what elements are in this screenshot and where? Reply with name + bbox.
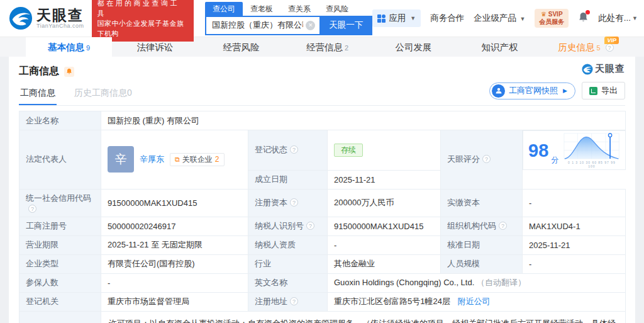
search-tab-relation[interactable]: 查关系	[280, 2, 318, 16]
watermark-text: 天眼查	[595, 63, 625, 75]
taxpayer-quality-value: -	[328, 235, 441, 254]
svip-line1: SVIP	[548, 11, 563, 18]
tab-operation-risk[interactable]: 经营风险	[198, 37, 284, 57]
crown-icon: ♛	[541, 11, 547, 18]
watermark-swirl-icon	[582, 64, 593, 75]
help-icon[interactable]: ?	[290, 145, 298, 154]
paid-capital-value: -	[523, 189, 626, 217]
field-label: 营业期限	[19, 235, 101, 254]
score-value: 98	[528, 141, 548, 160]
search-tabs: 查公司 查老板 查关系 查风险	[205, 2, 372, 16]
subtab-history-business-info[interactable]: 历史工商信息0	[73, 82, 133, 105]
credit-code-label: 统一社会信用代码	[26, 193, 91, 203]
reg-address-cell: 重庆市江北区创富路5号1幢24层 附近公司	[328, 292, 626, 311]
tab-count: 9	[86, 44, 90, 52]
user-menu[interactable]: 此处有... ▼	[598, 13, 638, 24]
legal-rep-name-link[interactable]: 辛厚东	[140, 154, 164, 165]
reg-status-cell: 存续	[328, 130, 441, 171]
svip-line2: 会员服务	[539, 18, 564, 26]
business-info-card: 天眼查 工商信息 工商信息 历史工商信息0 工商官网快照 ▶ 导出	[9, 57, 635, 323]
tianyancha-logo[interactable]: 天眼查 TianYanCha.com	[9, 6, 84, 30]
help-icon[interactable]: ?	[290, 198, 298, 207]
field-label: 天眼评分?	[441, 130, 523, 190]
logo-swirl-icon	[9, 6, 33, 30]
field-label: 行业	[248, 254, 328, 273]
top-header: 天眼查 TianYanCha.com 都在用的商业查询工具 国家中小企业发展子基…	[0, 0, 644, 37]
tab-count: 2	[345, 44, 348, 52]
subtab-business-info[interactable]: 工商信息	[19, 82, 57, 105]
auto-translate-note: （自动翻译）	[477, 278, 526, 287]
table-row: 法定代表人 辛 辛厚东 ⧉ 关联企业 2 登记状态? 存续 天	[19, 130, 626, 171]
notification-bell-icon[interactable]	[578, 12, 589, 25]
field-label: 登记机关	[19, 292, 101, 311]
nav-cooperation[interactable]: 商务合作	[430, 13, 464, 24]
tab-label: 法律诉讼	[137, 42, 174, 52]
industry-value: 其他金融业	[328, 254, 441, 273]
snapshot-camera-icon	[492, 84, 505, 98]
tab-company-development[interactable]: 公司发展	[370, 37, 457, 57]
reg-number-value: 500000020246917	[101, 217, 248, 235]
brand-slogan-banner: 都在用的商业查询工具 国家中小企业发展子基金旗下机构	[92, 0, 194, 42]
field-label: 登记状态?	[248, 130, 328, 171]
user-name: 此处有...	[598, 13, 631, 24]
help-icon[interactable]: ?	[290, 297, 298, 305]
legal-rep-cell: 辛 辛厚东 ⧉ 关联企业 2	[101, 130, 248, 190]
legal-rep-avatar[interactable]: 辛	[108, 146, 134, 173]
vip-badge: VIP	[604, 37, 619, 44]
reg-capital-value: 200000万人民币	[328, 189, 441, 217]
watermark-logo: 天眼查	[582, 63, 625, 75]
tab-legal-litigation[interactable]: 法律诉讼	[112, 37, 198, 57]
help-icon[interactable]: ?	[28, 205, 36, 213]
section-title: 工商信息	[19, 65, 59, 78]
score-label: 天眼评分	[447, 154, 480, 164]
tab-intellectual-property[interactable]: 知识产权	[457, 37, 543, 57]
tab-basic-info[interactable]: 基本信息9	[26, 37, 112, 57]
logo-domain: TianYanCha.com	[36, 23, 84, 29]
field-label: 纳税人资质	[248, 235, 328, 254]
field-label: 参保人数	[19, 273, 101, 292]
related-companies-badge[interactable]: ⧉ 关联企业 2	[170, 153, 225, 166]
search-button[interactable]: 天眼一下	[319, 16, 372, 35]
clear-search-icon[interactable]: ✕	[306, 21, 315, 30]
excel-icon	[589, 87, 597, 95]
english-name-value: Guoxin Holdings (Chongqing) Co., Ltd.	[334, 278, 474, 287]
table-row: 经营范围? 许可项目：以自有资金从事投资活动；自有资金投资的资产管理服务。（依法…	[19, 311, 626, 323]
export-label: 导出	[601, 85, 618, 96]
help-icon[interactable]: ?	[499, 222, 507, 230]
credit-code-value: 91500000MAK1XUD415	[101, 189, 248, 217]
tianyan-score-cell: 98 分	[523, 130, 626, 170]
search-tab-risk[interactable]: 查风险	[318, 2, 356, 16]
export-button[interactable]: 导出	[582, 82, 625, 99]
chevron-down-icon: ▼	[519, 16, 525, 22]
related-companies-count: 2	[215, 155, 219, 164]
tab-operation-info[interactable]: 经营信息2	[284, 37, 370, 57]
banner-line2: 国家中小企业发展子基金旗下机构	[97, 18, 188, 38]
field-label: 企业名称	[19, 111, 101, 130]
business-info-table: 企业名称 国新控股 (重庆) 有限公司 法定代表人 辛 辛厚东 ⧉ 关联企业 2…	[19, 111, 626, 323]
help-icon[interactable]: ?	[482, 155, 491, 163]
field-label: 成立日期	[248, 170, 328, 189]
search-tab-boss[interactable]: 查老板	[243, 2, 280, 16]
search-tab-company[interactable]: 查公司	[205, 2, 243, 16]
svip-member-badge[interactable]: ♛ SVIP 会员服务	[535, 9, 569, 28]
help-icon[interactable]: ?	[306, 222, 314, 230]
score-unit: 分	[551, 155, 558, 166]
apps-menu[interactable]: 应用 ▼	[372, 9, 421, 27]
nearby-companies-link[interactable]: 附近公司	[458, 297, 491, 306]
nav-enterprise[interactable]: 企业级产品 ▼	[474, 13, 525, 24]
help-icon[interactable]: ?	[606, 43, 614, 52]
search-input[interactable]	[205, 16, 319, 35]
table-row: 企业类型 有限责任公司(国有控股) 行业 其他金融业 人员规模 -	[19, 254, 626, 273]
table-row: 参保人数 - 英文名称 Guoxin Holdings (Chongqing) …	[19, 273, 626, 292]
search-area: 查公司 查老板 查关系 查风险 ✕ 天眼一下	[205, 2, 372, 35]
establish-date-value: 2025-11-21	[328, 170, 441, 189]
chevron-right-icon: ▶	[563, 88, 567, 94]
taxpayer-id-label: 纳税人识别号	[255, 221, 304, 230]
company-type-value: 有限责任公司(国有控股)	[101, 254, 248, 273]
score-axis-labels: 0 1 3 10 30 60 85 97 99 100	[564, 161, 619, 168]
reg-address-label: 注册地址	[255, 297, 287, 306]
official-snapshot-button[interactable]: 工商官网快照 ▶	[489, 82, 575, 99]
tab-history-info[interactable]: VIP 历史信息5 ?	[543, 37, 629, 57]
subscribe-bell-icon[interactable]	[64, 67, 74, 77]
apps-label: 应用	[389, 13, 406, 24]
